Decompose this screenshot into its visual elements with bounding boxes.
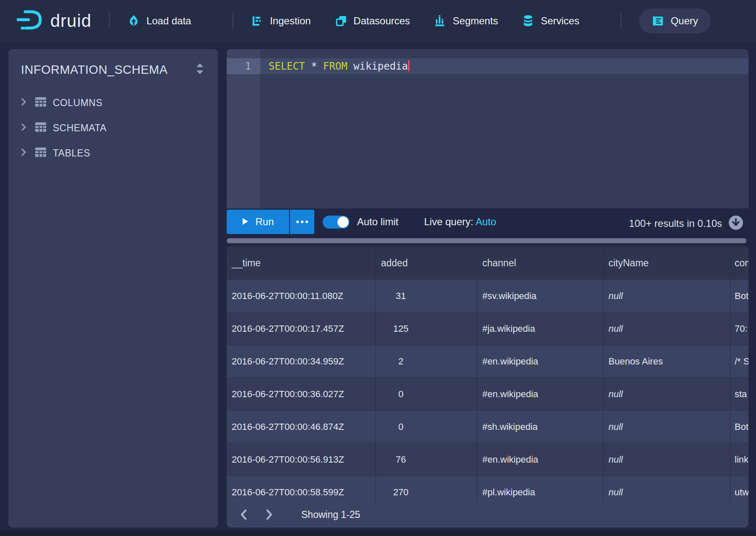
upload-icon xyxy=(127,15,140,27)
nav-item-ingestion[interactable]: Ingestion xyxy=(251,15,311,27)
druid-logo-icon xyxy=(17,8,44,34)
window-bottom-edge xyxy=(0,531,756,536)
run-button-label: Run xyxy=(255,216,274,228)
cell-time[interactable]: 2016-06-27T00:00:11.080Z xyxy=(227,280,376,312)
live-query-label: Live query: xyxy=(424,216,473,227)
results-horizontal-scrollbar[interactable] xyxy=(227,238,746,243)
navbar-divider xyxy=(109,13,110,29)
nav-item-services[interactable]: Services xyxy=(522,15,579,27)
auto-limit-label: Auto limit xyxy=(357,216,399,228)
sidebar-item-columns[interactable]: COLUMNS xyxy=(8,90,218,115)
column-header-comment[interactable]: comment xyxy=(730,246,748,280)
sidebar-item-schemata[interactable]: SCHEMATA xyxy=(8,115,218,141)
chevron-right-icon xyxy=(18,122,28,134)
cell-cityname[interactable]: Buenos Aires xyxy=(603,345,730,378)
play-icon xyxy=(242,216,249,228)
next-page-button[interactable] xyxy=(262,507,276,522)
table-row: 2016-06-27T00:00:17.457Z 125 #ja.wikiped… xyxy=(227,312,748,345)
cell-added[interactable]: 125 xyxy=(376,312,477,345)
cell-time[interactable]: 2016-06-27T00:00:36.027Z xyxy=(227,378,376,411)
cell-time[interactable]: 2016-06-27T00:00:34.959Z xyxy=(227,345,376,378)
cell-time[interactable]: 2016-06-27T00:00:46.874Z xyxy=(227,411,376,443)
top-navbar: druid Load data Ingestion xyxy=(0,0,756,42)
nav-item-label: Datasources xyxy=(354,15,410,27)
cell-added[interactable]: 0 xyxy=(376,411,477,443)
cell-comment[interactable]: Bot xyxy=(730,411,748,443)
run-button[interactable]: Run xyxy=(227,210,289,234)
cell-channel[interactable]: #ja.wikipedia xyxy=(477,312,603,345)
prev-page-button[interactable] xyxy=(237,507,251,522)
pagination-bar: Showing 1-25 xyxy=(227,502,748,528)
query-console-icon xyxy=(652,15,664,27)
cell-channel[interactable]: #sv.wikipedia xyxy=(477,280,603,312)
cell-comment[interactable]: 70: xyxy=(730,312,748,345)
nav-item-query-active[interactable]: Query xyxy=(639,8,710,34)
cell-added[interactable]: 2 xyxy=(376,345,477,378)
sql-star: * xyxy=(311,60,317,72)
chevron-right-icon xyxy=(18,97,28,109)
cell-added[interactable]: 76 xyxy=(376,443,477,476)
run-more-button[interactable] xyxy=(290,210,314,234)
table-grid-icon xyxy=(34,96,47,109)
nav-item-datasources[interactable]: Datasources xyxy=(335,15,410,27)
cell-channel[interactable]: #sh.wikipedia xyxy=(477,411,603,443)
cell-channel[interactable]: #en.wikipedia xyxy=(477,378,603,411)
column-header-channel[interactable]: channel xyxy=(477,246,603,280)
cell-time[interactable]: 2016-06-27T00:00:56.913Z xyxy=(227,443,376,476)
cell-cityname[interactable]: null xyxy=(603,443,730,476)
query-run-bar: Run Auto limit Live query: Auto 100+ res… xyxy=(227,210,748,234)
cell-cityname[interactable]: null xyxy=(603,312,730,345)
column-header-cityname[interactable]: cityName xyxy=(603,246,730,280)
table-row: 2016-06-27T00:00:36.027Z 0 #en.wikipedia… xyxy=(227,378,748,411)
cell-added[interactable]: 31 xyxy=(376,280,477,312)
more-icon xyxy=(301,221,303,223)
showing-range-label: Showing 1-25 xyxy=(301,509,360,520)
sql-query-text[interactable]: SELECT * FROM wikipedia xyxy=(269,58,409,74)
cell-comment[interactable]: link xyxy=(730,443,748,476)
live-query-control[interactable]: Live query: Auto xyxy=(424,216,496,228)
results-header-row: __time added channel cityName comment xyxy=(227,246,748,280)
cell-cityname[interactable]: null xyxy=(603,411,730,443)
nav-item-label: Ingestion xyxy=(270,15,311,27)
tree-item-label: SCHEMATA xyxy=(53,122,106,134)
cell-channel[interactable]: #en.wikipedia xyxy=(477,345,603,378)
more-icon xyxy=(306,221,308,223)
download-icon[interactable] xyxy=(728,215,743,232)
cell-added[interactable]: 0 xyxy=(376,378,477,411)
chevron-right-icon xyxy=(18,147,28,159)
sort-double-caret-icon[interactable] xyxy=(194,62,205,78)
tree-item-label: TABLES xyxy=(53,148,91,159)
query-results-panel: __time added channel cityName comment 20… xyxy=(227,246,748,528)
nav-item-load-data[interactable]: Load data xyxy=(127,15,191,27)
table-row: 2016-06-27T00:00:34.959Z 2 #en.wikipedia… xyxy=(227,345,748,378)
cell-comment[interactable]: sta xyxy=(730,378,748,411)
ingestion-chart-icon xyxy=(251,15,264,27)
cell-comment[interactable]: Bot xyxy=(730,280,748,312)
cell-channel[interactable]: #en.wikipedia xyxy=(477,443,603,476)
table-row: 2016-06-27T00:00:11.080Z 31 #sv.wikipedi… xyxy=(227,280,748,312)
nav-item-segments[interactable]: Segments xyxy=(434,15,498,27)
line-number: 1 xyxy=(227,58,251,74)
druid-logo[interactable]: druid xyxy=(17,8,91,34)
sql-keyword: SELECT xyxy=(269,60,305,72)
cell-comment[interactable]: /* S xyxy=(730,345,748,378)
table-row: 2016-06-27T00:00:56.913Z 76 #en.wikipedi… xyxy=(227,443,748,476)
table-row: 2016-06-27T00:00:46.874Z 0 #sh.wikipedia… xyxy=(227,411,748,443)
sidebar-item-tables[interactable]: TABLES xyxy=(8,141,218,166)
navbar-divider xyxy=(621,13,621,29)
cell-time[interactable]: 2016-06-27T00:00:17.457Z xyxy=(227,312,376,345)
sql-editor[interactable]: 1 SELECT * FROM wikipedia xyxy=(227,49,748,208)
druid-logo-text: druid xyxy=(50,11,91,31)
tree-item-label: COLUMNS xyxy=(53,97,103,109)
nav-item-label: Query xyxy=(671,15,698,27)
datasources-stack-icon xyxy=(335,15,347,27)
column-header-added[interactable]: added xyxy=(376,246,477,280)
toggle-knob xyxy=(337,216,349,228)
cell-cityname[interactable]: null xyxy=(603,280,730,312)
column-header-time[interactable]: __time xyxy=(227,246,376,280)
auto-limit-toggle[interactable] xyxy=(323,216,350,229)
results-summary-text: 100+ results in 0.10s xyxy=(629,218,722,229)
more-icon xyxy=(296,221,299,223)
cell-cityname[interactable]: null xyxy=(603,378,730,411)
live-query-value[interactable]: Auto xyxy=(476,216,496,227)
